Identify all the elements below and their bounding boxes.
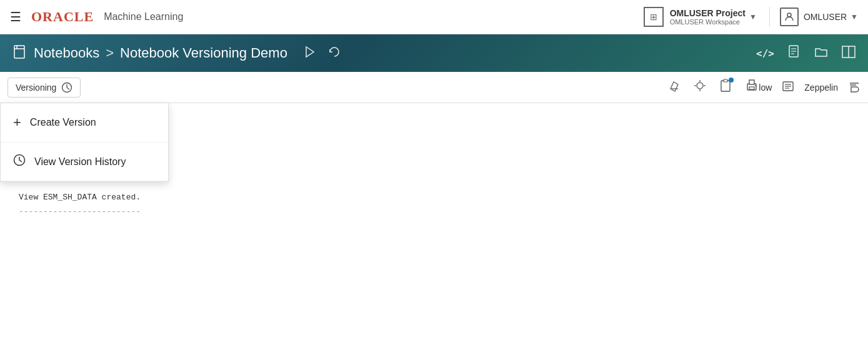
view-version-history-label: View Version History	[34, 156, 126, 168]
svg-rect-21	[724, 79, 727, 82]
print-icon[interactable]	[745, 79, 759, 96]
view-version-history-item[interactable]: View Version History	[1, 143, 168, 181]
document-icon[interactable]	[788, 45, 801, 62]
create-version-icon: +	[13, 114, 21, 131]
versioning-label: Versioning	[16, 83, 56, 93]
toolbar: Versioning + Create Version View Version…	[0, 72, 868, 103]
header-run-actions	[302, 45, 341, 62]
svg-rect-24	[749, 87, 754, 89]
user-icon	[780, 8, 799, 26]
svg-rect-23	[749, 80, 754, 84]
magic-icon[interactable]	[694, 79, 706, 95]
eraser-icon[interactable]	[669, 79, 681, 95]
low-label: low	[759, 83, 772, 93]
toolbar-right: low Zeppelin	[759, 80, 861, 95]
breadcrumb-notebooks[interactable]: Notebooks	[34, 45, 99, 61]
header-right-icons: </>	[756, 45, 856, 62]
clipboard-with-badge-icon[interactable]	[719, 79, 732, 96]
code-icon[interactable]: </>	[756, 48, 774, 59]
project-name: OMLUSER Project	[670, 8, 746, 18]
top-nav: ☰ ORACLE Machine Learning ⊞ OMLUSER Proj…	[0, 0, 868, 34]
svg-point-0	[787, 13, 791, 17]
project-info: OMLUSER Project OMLUSER Workspace	[670, 8, 746, 26]
create-version-item[interactable]: + Create Version	[1, 103, 168, 143]
refresh-button[interactable]	[327, 45, 341, 62]
output-section: View ESM_SH_DATA created. --------------…	[19, 186, 849, 225]
zeppelin-icon[interactable]	[848, 80, 861, 95]
clipboard-badge	[729, 78, 734, 83]
folder-icon[interactable]	[814, 46, 828, 61]
run-button[interactable]	[302, 45, 316, 62]
notebook-header-icon	[12, 44, 27, 63]
svg-point-25	[755, 85, 756, 86]
project-icon: ⊞	[644, 7, 664, 27]
low-icon[interactable]	[782, 80, 794, 95]
project-section[interactable]: ⊞ OMLUSER Project OMLUSER Workspace ▼	[644, 7, 770, 27]
versioning-button[interactable]: Versioning	[7, 78, 81, 98]
breadcrumb-current: Notebook Versioning Demo	[120, 45, 287, 61]
svg-rect-1	[14, 46, 24, 58]
toolbar-center-icons	[669, 79, 759, 96]
output-line-separator: -------------------------	[19, 207, 849, 216]
breadcrumb-separator: >	[106, 45, 114, 61]
oracle-logo: ORACLE	[31, 9, 94, 25]
hamburger-icon[interactable]: ☰	[10, 9, 21, 24]
svg-point-15	[697, 83, 703, 89]
svg-marker-13	[671, 82, 678, 91]
oracle-text: ORACLE	[31, 9, 94, 25]
output-line-1: View ESM_SH_DATA created.	[19, 193, 849, 202]
versioning-dropdown: + Create Version View Version History	[0, 103, 169, 182]
app-name: Machine Learning	[104, 11, 183, 23]
layout-icon[interactable]	[842, 46, 856, 61]
workspace-name: OMLUSER Workspace	[670, 18, 746, 26]
view-history-icon	[13, 154, 26, 169]
svg-marker-4	[306, 47, 314, 57]
create-version-label: Create Version	[30, 117, 96, 128]
user-dropdown-arrow: ▼	[851, 13, 858, 21]
notebook-header: Notebooks > Notebook Versioning Demo </>	[0, 34, 868, 72]
user-name: OMLUSER	[804, 12, 847, 22]
project-dropdown-arrow: ▼	[749, 13, 757, 21]
zeppelin-label: Zeppelin	[804, 83, 838, 93]
user-section[interactable]: OMLUSER ▼	[780, 8, 858, 26]
breadcrumb: Notebooks > Notebook Versioning Demo	[34, 45, 287, 61]
